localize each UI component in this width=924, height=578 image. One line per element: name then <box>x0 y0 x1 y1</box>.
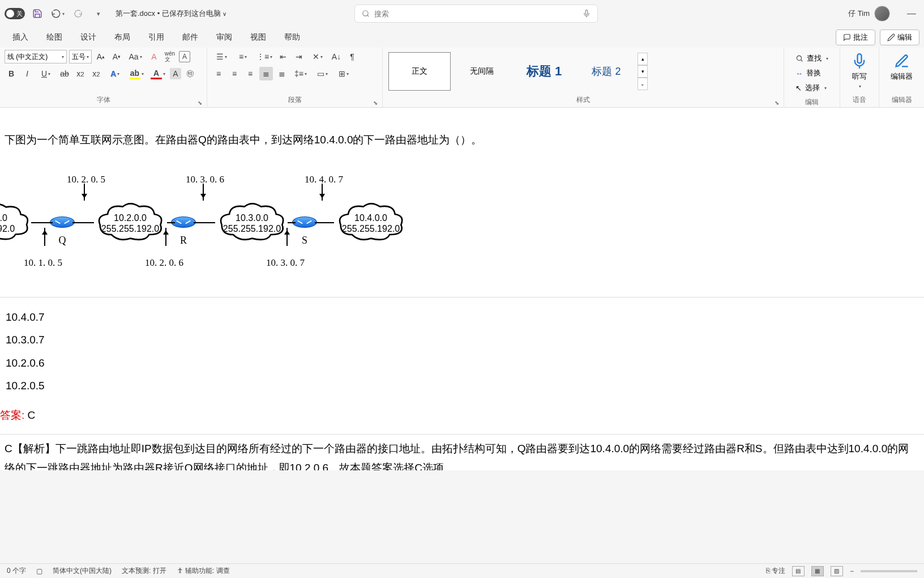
language-status[interactable]: 简体中文(中国大陆) <box>53 566 112 576</box>
style-normal[interactable]: 正文 <box>388 52 451 91</box>
tab-view[interactable]: 视图 <box>242 29 274 46</box>
options-list: 10.4.0.7 10.3.0.7 10.2.0.6 10.2.0.5 <box>0 302 924 401</box>
subscript-button[interactable]: x2 <box>74 67 87 80</box>
tab-references[interactable]: 引用 <box>140 29 172 46</box>
line-spacing-button[interactable]: ‡≡▾ <box>291 67 310 80</box>
editing-group: 查找▾ ↔替换 ↖选择▾ 编辑 <box>784 48 840 107</box>
paragraph-group-label: 段落⬊ <box>212 94 378 106</box>
document-area[interactable]: 下图为一个简单互联网示意图。在路由器Q的路由表中，到达网络10.4.0.0的下一… <box>0 108 924 470</box>
qat-more-button[interactable]: ▾ <box>91 6 106 22</box>
spell-check-icon[interactable]: ▢ <box>36 567 42 575</box>
network-diagram: 1.0.055.192.0 10.2.0.0255.255.192.0 10.3… <box>0 167 924 280</box>
styles-group: 正文 无间隔 标题 1 标题 2 ▴▾⌄ 样式⬊ <box>383 48 784 107</box>
undo-button[interactable]: ▾ <box>50 6 66 22</box>
char-shading-button[interactable]: A <box>170 68 181 79</box>
paragraph-launcher[interactable]: ⬊ <box>373 100 378 106</box>
tab-review[interactable]: 审阅 <box>208 29 240 46</box>
redo-button[interactable] <box>70 6 86 22</box>
editor-button[interactable]: 编辑器 <box>884 50 919 85</box>
paragraph-group: ☰▾ ≡▾ ⋮≡▾ ⇤ ⇥ ✕▾ A↓ ¶ ≡ ≡ ≡ ≣ ≣ ‡≡▾ ▭▾ ⊞… <box>207 48 383 107</box>
bullets-button[interactable]: ☰▾ <box>212 50 231 63</box>
styles-launcher[interactable]: ⬊ <box>775 100 779 106</box>
font-name-combo[interactable]: 线 (中文正文)▾ <box>5 50 67 63</box>
italic-button[interactable]: I <box>20 67 34 80</box>
numbering-button[interactable]: ≡▾ <box>233 50 253 63</box>
web-layout-button[interactable]: ▨ <box>831 566 843 576</box>
word-count[interactable]: 0 个字 <box>7 566 26 576</box>
select-button[interactable]: ↖选择▾ <box>793 82 831 94</box>
align-right-button[interactable]: ≡ <box>243 67 257 80</box>
focus-mode[interactable]: ⎘ 专注 <box>766 566 785 576</box>
accessibility-status[interactable]: 辅助功能: 调查 <box>177 566 230 576</box>
zoom-slider[interactable] <box>861 570 917 572</box>
zoom-out-button[interactable]: − <box>850 567 854 575</box>
search-box[interactable] <box>354 5 598 23</box>
save-button[interactable] <box>29 6 45 22</box>
style-heading2[interactable]: 标题 2 <box>575 52 638 91</box>
char-border-button[interactable]: A <box>179 51 190 62</box>
borders-button[interactable]: ⊞▾ <box>334 67 353 80</box>
shading-button[interactable]: ▭▾ <box>313 67 332 80</box>
grow-font-button[interactable]: A▴ <box>94 50 108 63</box>
phonetic-button[interactable]: wén文 <box>163 50 177 63</box>
tab-layout[interactable]: 布局 <box>106 29 138 46</box>
answer-line: 答案: C <box>0 401 924 430</box>
autosave-toggle[interactable]: 关 <box>5 8 25 19</box>
minimize-button[interactable]: — <box>904 6 919 22</box>
find-button[interactable]: 查找▾ <box>793 52 831 65</box>
dictate-button[interactable]: 听写▾ <box>845 50 874 92</box>
mic-icon[interactable] <box>583 10 591 18</box>
bold-button[interactable]: B <box>5 67 18 80</box>
asian-layout-button[interactable]: ✕▾ <box>308 50 327 63</box>
editing-mode-button[interactable]: 编辑 <box>880 29 919 45</box>
font-launcher[interactable]: ⬊ <box>198 100 202 106</box>
comments-button[interactable]: 批注 <box>836 29 875 45</box>
text-effects-button[interactable]: A▾ <box>105 67 125 80</box>
user-account[interactable]: 仔 Tim <box>848 6 890 22</box>
underline-button[interactable]: U▾ <box>36 67 55 80</box>
sort-button[interactable]: A↓ <box>330 50 343 63</box>
indent-dec-button[interactable]: ⇤ <box>276 50 290 63</box>
tab-insert[interactable]: 插入 <box>5 29 36 46</box>
highlight-button[interactable]: ab▾ <box>127 67 146 80</box>
pencil-icon <box>887 33 895 41</box>
router-q: Q <box>50 216 75 230</box>
superscript-button[interactable]: x2 <box>89 67 103 80</box>
styles-scroll[interactable]: ▴▾⌄ <box>638 53 648 90</box>
status-bar: 0 个字 ▢ 简体中文(中国大陆) 文本预测: 打开 辅助功能: 调查 ⎘ 专注… <box>0 563 924 578</box>
question-text: 下图为一个简单互联网示意图。在路由器Q的路由表中，到达网络10.4.0.0的下一… <box>0 130 924 161</box>
show-marks-button[interactable]: ¶ <box>345 50 359 63</box>
svg-point-6 <box>179 568 181 570</box>
tab-mailings[interactable]: 邮件 <box>174 29 206 46</box>
divider <box>0 297 924 298</box>
style-heading1[interactable]: 标题 1 <box>513 52 575 91</box>
clear-format-button[interactable]: A <box>147 50 161 63</box>
ribbon-tabs: 插入 绘图 设计 布局 引用 邮件 审阅 视图 帮助 批注 编辑 <box>0 27 924 48</box>
tab-design[interactable]: 设计 <box>72 29 104 46</box>
tab-help[interactable]: 帮助 <box>276 29 308 46</box>
read-mode-button[interactable]: ▤ <box>792 566 805 576</box>
analysis-text: C【解析】下一跳路由地址即IP数据包到达目的网络所有经过的下一个路由器的接口地址… <box>0 439 924 470</box>
tab-draw[interactable]: 绘图 <box>38 29 70 46</box>
font-color-button[interactable]: A▾ <box>148 67 168 80</box>
print-layout-button[interactable]: ▦ <box>811 566 824 576</box>
font-group: 线 (中文正文)▾ 五号▾ A▴ A▾ Aa▾ A wén文 A B I U▾ … <box>0 48 207 107</box>
shrink-font-button[interactable]: A▾ <box>110 50 123 63</box>
distribute-button[interactable]: ≣ <box>275 67 289 80</box>
search-input[interactable] <box>374 10 578 18</box>
justify-button[interactable]: ≣ <box>259 67 273 80</box>
editor-group-label: 编辑器 <box>884 94 919 106</box>
text-predict-status[interactable]: 文本预测: 打开 <box>122 566 166 576</box>
enclose-char-button[interactable]: ㊕ <box>183 67 197 80</box>
change-case-button[interactable]: Aa▾ <box>126 50 145 63</box>
replace-button[interactable]: ↔替换 <box>793 67 831 79</box>
strike-button[interactable]: ab <box>58 67 71 80</box>
voice-group: 听写▾ 语音 <box>840 48 879 107</box>
font-size-combo[interactable]: 五号▾ <box>69 50 92 63</box>
align-center-button[interactable]: ≡ <box>228 67 241 80</box>
align-left-button[interactable]: ≡ <box>212 67 225 80</box>
multilevel-button[interactable]: ⋮≡▾ <box>255 50 274 63</box>
style-nospacing[interactable]: 无间隔 <box>451 52 513 91</box>
indent-inc-button[interactable]: ⇥ <box>292 50 306 63</box>
font-group-label: 字体⬊ <box>5 94 202 106</box>
